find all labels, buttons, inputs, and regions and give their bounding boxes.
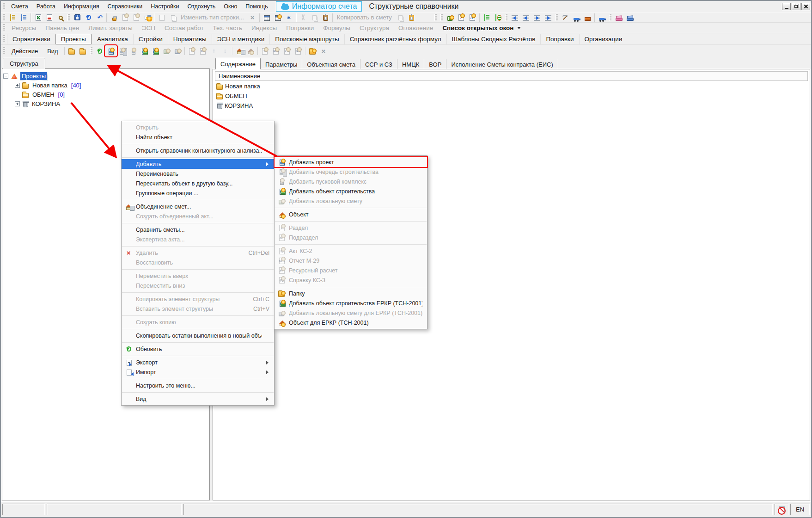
minimize-button[interactable] — [782, 3, 791, 10]
pickaxe-button[interactable] — [560, 12, 571, 23]
tab-teh-chast[interactable]: Тех. часть — [208, 25, 247, 31]
toolbar-grip[interactable] — [3, 24, 5, 31]
tab-parametry[interactable]: Параметры — [261, 59, 302, 69]
submenu-object-tsn[interactable]: Объект для ЕРКР (ТСН-2001) — [275, 318, 427, 327]
menu-item-obnovit[interactable]: Обновить — [122, 344, 274, 354]
copy-row-button[interactable] — [167, 12, 178, 23]
collapse-expander[interactable] — [3, 74, 8, 79]
toolbar-grip[interactable] — [434, 14, 437, 21]
object-button[interactable] — [245, 46, 256, 56]
search-button[interactable] — [55, 12, 66, 23]
table-gear-button[interactable] — [272, 12, 283, 23]
tab-popravki-2[interactable]: Поправки — [540, 34, 579, 44]
menu-otdohnut[interactable]: Отдохнуть — [183, 3, 220, 10]
restore-button[interactable] — [792, 3, 800, 10]
add-local-estimate-tsn-button[interactable] — [172, 46, 183, 56]
tab-vor[interactable]: ВОР — [424, 59, 446, 69]
tab-poiskovye-marshruty[interactable]: Поисковые маршруты — [269, 34, 344, 44]
books-blue-button[interactable] — [624, 12, 635, 23]
toolbar-grip[interactable] — [556, 14, 558, 21]
tab-esn-i-metodiki[interactable]: ЭСН и методики — [212, 34, 270, 44]
toolbar-grip[interactable] — [3, 3, 5, 10]
tab-ssr-i-sz[interactable]: ССР и СЗ — [360, 59, 397, 69]
tab-structure[interactable]: Структура — [3, 58, 45, 69]
collapse-structure-button[interactable] — [7, 12, 18, 23]
menu-item-pereschitat[interactable]: Пересчитать объект в другую базу... — [122, 179, 274, 188]
refresh-button[interactable] — [83, 12, 94, 23]
menu-okno[interactable]: Окно — [220, 3, 241, 10]
toolbar-grip[interactable] — [67, 14, 70, 21]
tab-proekty[interactable]: Проекты — [55, 34, 92, 44]
tab-sostav-rabot[interactable]: Состав работ — [160, 25, 208, 31]
menu-spravochniki[interactable]: Справочники — [104, 3, 147, 10]
menu-item-peremestit-vniz[interactable]: Переместить вниз — [122, 281, 274, 290]
act-ks2-button[interactable]: % — [259, 46, 270, 56]
submenu-object[interactable]: Объект — [275, 210, 427, 219]
tab-oglavlenie[interactable]: Оглавление — [394, 25, 438, 31]
toolbar-grip[interactable] — [3, 14, 5, 21]
list-item-korzina[interactable]: КОРЗИНА — [215, 101, 808, 110]
resource-calc-button[interactable]: РР — [281, 46, 293, 56]
toolbar-grip[interactable] — [505, 14, 507, 21]
menu-deystvie[interactable]: Действие — [7, 48, 43, 55]
window-tab-structural-refs[interactable]: Структурные справочники — [363, 1, 464, 12]
sort-button[interactable] — [283, 12, 294, 23]
expand-expander[interactable] — [15, 83, 20, 88]
books-pink-button[interactable] — [613, 12, 624, 23]
toolbar-grip[interactable] — [3, 35, 5, 43]
doc-p-button[interactable]: Р — [456, 12, 467, 23]
submenu-section[interactable]: РРаздел — [275, 223, 427, 233]
menu-item-vid[interactable]: Вид — [122, 394, 274, 404]
pdf-export-button[interactable] — [43, 12, 55, 23]
bricks-button[interactable] — [582, 12, 593, 23]
tree-item-new-folder[interactable]: Новая папка [40] — [3, 80, 208, 90]
submenu-add-project[interactable]: Добавить проект — [275, 157, 427, 167]
menu-item-eksport[interactable]: Экспорт — [122, 358, 274, 367]
add-project-toolbar-button[interactable] — [105, 46, 116, 56]
toolbar-grip[interactable] — [609, 14, 611, 21]
clear-button[interactable] — [247, 12, 258, 23]
add-queue-button[interactable] — [116, 46, 128, 56]
tab-limit-zatraty[interactable]: Лимит. затраты — [84, 25, 137, 31]
tree-item-korzina[interactable]: КОРЗИНА — [3, 99, 208, 108]
open-windows-dropdown[interactable]: Список открытых окон — [438, 25, 525, 31]
tab-resursy[interactable]: Ресурсы — [7, 25, 41, 31]
excel-export-button[interactable] — [32, 12, 43, 23]
toolbar-grip[interactable] — [440, 14, 443, 21]
menu-informacia[interactable]: Информация — [60, 3, 104, 10]
move-down-button[interactable] — [220, 46, 231, 56]
add-construction-object-tsn-button[interactable] — [150, 46, 161, 56]
menu-item-import[interactable]: Импорт — [122, 367, 274, 377]
menu-item-skopirovat-ostatki[interactable]: Скопировать остатки выполнения в новый о… — [122, 331, 274, 340]
tab-soderzhanie[interactable]: Содержание — [215, 58, 261, 69]
truck-button[interactable] — [571, 12, 582, 23]
tab-spravochnik-formul[interactable]: Справочник расчётных формул — [344, 34, 446, 44]
menu-item-obyedinenie-smet[interactable]: Объединение смет... — [122, 202, 274, 211]
menu-item-vstavit-element[interactable]: Вставить элемент структурыCtrl+V — [122, 304, 274, 314]
menu-item-otkryt-spravochnik[interactable]: Открыть справочник конъюнктурного анализ… — [122, 146, 274, 155]
tab-ispolnenie-smety[interactable]: Исполнение Сметы контракта (ЕИС) — [446, 59, 558, 69]
refresh-tree-button[interactable] — [94, 46, 105, 56]
column-header-name[interactable]: Наименование — [215, 71, 808, 81]
row-type-2-button[interactable] — [130, 12, 141, 23]
table-button[interactable] — [261, 12, 272, 23]
menu-item-kopirovat-element[interactable]: Копировать элемент структурыCtrl+C — [122, 294, 274, 304]
submenu-add-local-estimate[interactable]: Добавить локальную смету — [275, 196, 427, 206]
doc-pr-button[interactable]: ПР — [467, 12, 478, 23]
menu-item-otkryt[interactable]: Открыть — [122, 123, 274, 132]
tree-item-obmen[interactable]: ОБМЕН [0] — [3, 90, 208, 99]
folder-minus-button[interactable] — [77, 46, 88, 56]
add-local-estimate-button[interactable] — [161, 46, 172, 56]
tab-spravochniki[interactable]: Справочники — [7, 34, 55, 44]
tab-panel-cen[interactable]: Панель цен — [41, 25, 84, 31]
menu-item-vosstanovit[interactable]: Восстановить — [122, 258, 274, 267]
undo-button[interactable] — [94, 12, 105, 23]
submenu-report-m29[interactable]: М29Отчет М-29 — [275, 256, 427, 265]
menu-item-sozdat-kopiyu[interactable]: Создать копию — [122, 317, 274, 327]
submenu-spravka-ks3[interactable]: Ф3Справку КС-3 — [275, 275, 427, 285]
submenu-subsection[interactable]: ПРПодраздел — [275, 233, 427, 242]
menu-nastroyki[interactable]: Настройки — [147, 3, 183, 10]
tab-organizacii[interactable]: Организации — [579, 34, 628, 44]
tab-normativy[interactable]: Нормативы — [168, 34, 212, 44]
indent-right-2-button[interactable] — [543, 12, 554, 23]
